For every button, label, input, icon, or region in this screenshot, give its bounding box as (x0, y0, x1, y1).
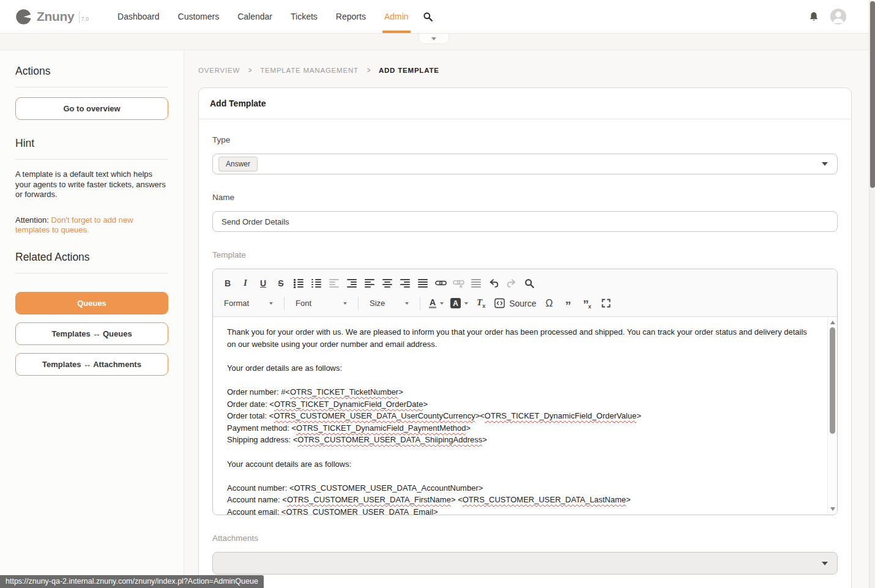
chevron-down-icon (269, 302, 273, 305)
page-scrollbar[interactable] (869, 0, 875, 588)
editor-line: Order number: #<OTRS_TICKET_TicketNumber… (227, 386, 811, 398)
main-content: OVERVIEW>TEMPLATE MANAGEMENT>ADD TEMPLAT… (184, 50, 875, 588)
undo-button[interactable] (488, 276, 500, 291)
template-tag: OTRS_TICKET_DynamicField_PaymentMethod (296, 423, 466, 433)
special-character-button[interactable]: Ω (543, 296, 555, 311)
breadcrumb-separator: > (367, 65, 370, 75)
align-justify-icon (418, 279, 428, 288)
editor-text: Order date: < (227, 400, 274, 409)
type-label: Type (212, 135, 838, 144)
nav-subbar (0, 34, 875, 50)
type-selected-chip[interactable]: Answer (218, 157, 258, 171)
related-actions-list: QueuesTemplates ↔ QueuesTemplates ↔ Atta… (15, 292, 168, 376)
maximize-button[interactable] (600, 296, 612, 311)
redo-icon (506, 278, 517, 289)
div-container-button[interactable] (470, 276, 482, 291)
attachments-select[interactable] (212, 552, 838, 575)
breadcrumb-item-overview[interactable]: OVERVIEW (198, 67, 240, 74)
unlink-icon (453, 277, 464, 289)
link-button[interactable] (434, 276, 447, 291)
chevron-down-icon (343, 302, 347, 305)
editor-content-area[interactable]: Thank you for your order with us. We are… (213, 317, 837, 515)
font-select-label: Font (296, 299, 311, 308)
editor-line: Payment method: <OTRS_TICKET_DynamicFiel… (227, 422, 811, 434)
notifications-bell-icon[interactable] (808, 10, 820, 23)
brand-name: Znuny (37, 9, 75, 24)
editor-text: Account name: < (227, 495, 287, 504)
editor-text: > (482, 435, 487, 444)
editor-text: > (636, 411, 641, 420)
special-character-icon: Ω (546, 298, 553, 309)
align-justify-button[interactable] (417, 276, 429, 291)
toolbar-collapse-button[interactable] (419, 34, 449, 44)
divider (15, 273, 168, 274)
background-color-icon: A (450, 298, 461, 308)
type-select[interactable]: Answer (212, 154, 838, 174)
nav-item-tickets[interactable]: Tickets (281, 0, 327, 33)
breadcrumb: OVERVIEW>TEMPLATE MANAGEMENT>ADD TEMPLAT… (198, 66, 852, 75)
toolbar-separator (358, 297, 359, 310)
editor-scrollbar-thumb[interactable] (830, 327, 835, 434)
italic-button[interactable]: I (239, 276, 251, 291)
page: Znuny 7.0 DashboardCustomersCalendarTick… (0, 0, 875, 588)
template-tag: OTRS_TICKET_DynamicField_OrderDate (274, 400, 423, 409)
align-left-button[interactable] (363, 276, 376, 291)
underline-icon: U (260, 278, 266, 288)
template-tag: OTRS_CUSTOMER_USER_DATA_LastName (463, 495, 626, 504)
editor-text: > (626, 495, 631, 504)
related-button-templates-queues[interactable]: Templates ↔ Queues (15, 322, 168, 345)
insert-quote-button[interactable]: ” (562, 296, 574, 311)
numbered-list-button[interactable] (292, 276, 305, 291)
italic-icon: I (244, 278, 247, 288)
divider (15, 159, 168, 160)
go-to-overview-button[interactable]: Go to overview (15, 97, 168, 120)
brand-divider (79, 11, 80, 23)
strikethrough-button[interactable]: S (275, 276, 287, 291)
align-center-button[interactable] (381, 276, 393, 291)
name-input[interactable] (212, 211, 838, 232)
size-select[interactable]: Size (367, 296, 411, 311)
nav-search-button[interactable] (423, 12, 433, 22)
nav-item-reports[interactable]: Reports (327, 0, 375, 33)
remove-format-button[interactable]: Tx (475, 296, 487, 311)
editor-text: Order total: < (227, 411, 274, 420)
redo-button (505, 276, 518, 291)
underline-button[interactable]: U (257, 276, 269, 291)
format-select[interactable]: Format (222, 296, 275, 311)
font-select[interactable]: Font (293, 296, 349, 311)
outdent-button (328, 276, 340, 291)
indent-icon (347, 279, 357, 288)
related-button-queues[interactable]: Queues (15, 292, 168, 314)
editor-line (227, 350, 811, 362)
unlink-button (452, 276, 464, 291)
main-nav: DashboardCustomersCalendarTicketsReports… (108, 0, 418, 33)
nav-item-dashboard[interactable]: Dashboard (108, 0, 169, 33)
editor-toolbar: BIUS FormatFontSizeAATxSourceΩ””x (213, 269, 837, 317)
bold-button[interactable]: B (222, 276, 234, 291)
find-icon (524, 278, 535, 289)
text-color-button[interactable]: A (429, 296, 444, 311)
bulleted-list-button[interactable] (310, 276, 322, 291)
background-color-button[interactable]: A (450, 296, 468, 311)
nav-item-calendar[interactable]: Calendar (228, 0, 281, 33)
chevron-down-icon (822, 562, 828, 565)
user-avatar[interactable] (830, 8, 847, 25)
indent-button[interactable] (346, 276, 358, 291)
related-button-templates-attachments[interactable]: Templates ↔ Attachments (15, 353, 168, 376)
insert-quote-icon: ” (565, 298, 572, 309)
nav-item-customers[interactable]: Customers (169, 0, 229, 33)
scroll-down-arrow-icon[interactable] (830, 507, 835, 511)
page-scrollbar-thumb[interactable] (870, 1, 875, 188)
brand-logo[interactable]: Znuny 7.0 (15, 9, 89, 25)
nav-item-admin[interactable]: Admin (375, 0, 418, 33)
source-button[interactable]: Source (494, 296, 536, 311)
scroll-up-arrow-icon[interactable] (830, 321, 835, 324)
breadcrumb-item-template-management[interactable]: TEMPLATE MANAGEMENT (260, 67, 359, 74)
template-tag: OTRS_TICKET_DynamicField_OrderValue (485, 411, 636, 420)
card-body: Type Answer Name Template BIUS FormatFon… (199, 119, 851, 588)
attention-text: Attention: Don't forget to add new templ… (15, 215, 168, 236)
find-button[interactable] (523, 276, 535, 291)
editor-scrollbar[interactable] (827, 318, 836, 514)
align-right-button[interactable] (399, 276, 411, 291)
remove-quote-button[interactable]: ”x (581, 296, 593, 311)
